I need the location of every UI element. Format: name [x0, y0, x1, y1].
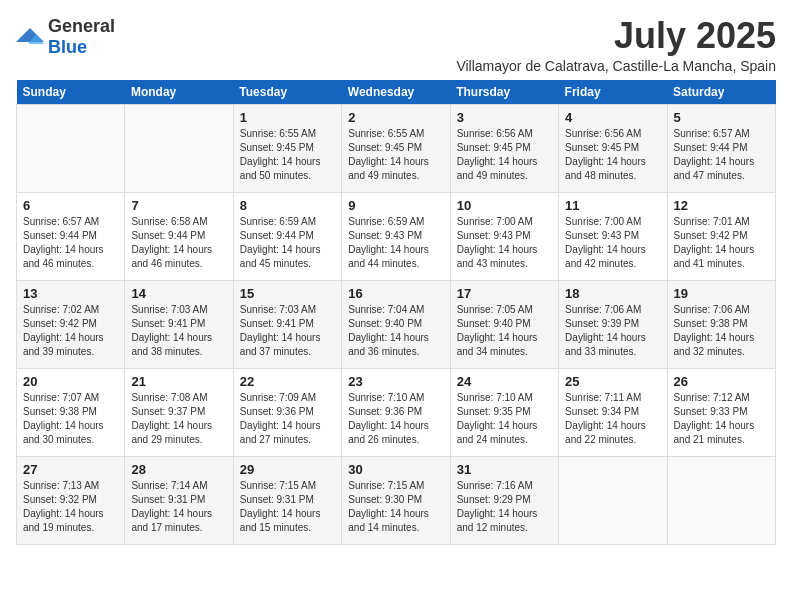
- day-number: 9: [348, 198, 443, 213]
- day-info: Sunrise: 6:57 AMSunset: 9:44 PMDaylight:…: [674, 127, 769, 183]
- day-number: 29: [240, 462, 335, 477]
- day-info: Sunrise: 7:15 AMSunset: 9:30 PMDaylight:…: [348, 479, 443, 535]
- day-info: Sunrise: 7:12 AMSunset: 9:33 PMDaylight:…: [674, 391, 769, 447]
- day-cell: [17, 104, 125, 192]
- day-cell: 23Sunrise: 7:10 AMSunset: 9:36 PMDayligh…: [342, 368, 450, 456]
- day-cell: [125, 104, 233, 192]
- day-cell: 5Sunrise: 6:57 AMSunset: 9:44 PMDaylight…: [667, 104, 775, 192]
- day-number: 19: [674, 286, 769, 301]
- day-cell: 3Sunrise: 6:56 AMSunset: 9:45 PMDaylight…: [450, 104, 558, 192]
- day-number: 22: [240, 374, 335, 389]
- week-row-5: 27Sunrise: 7:13 AMSunset: 9:32 PMDayligh…: [17, 456, 776, 544]
- day-cell: 13Sunrise: 7:02 AMSunset: 9:42 PMDayligh…: [17, 280, 125, 368]
- day-cell: 22Sunrise: 7:09 AMSunset: 9:36 PMDayligh…: [233, 368, 341, 456]
- day-number: 31: [457, 462, 552, 477]
- day-number: 17: [457, 286, 552, 301]
- day-info: Sunrise: 7:11 AMSunset: 9:34 PMDaylight:…: [565, 391, 660, 447]
- day-info: Sunrise: 7:10 AMSunset: 9:36 PMDaylight:…: [348, 391, 443, 447]
- day-number: 23: [348, 374, 443, 389]
- logo-blue: Blue: [48, 37, 87, 57]
- day-cell: 6Sunrise: 6:57 AMSunset: 9:44 PMDaylight…: [17, 192, 125, 280]
- day-number: 2: [348, 110, 443, 125]
- header-monday: Monday: [125, 80, 233, 105]
- day-cell: 29Sunrise: 7:15 AMSunset: 9:31 PMDayligh…: [233, 456, 341, 544]
- day-cell: 28Sunrise: 7:14 AMSunset: 9:31 PMDayligh…: [125, 456, 233, 544]
- location-title: Villamayor de Calatrava, Castille-La Man…: [456, 58, 776, 74]
- day-cell: 11Sunrise: 7:00 AMSunset: 9:43 PMDayligh…: [559, 192, 667, 280]
- day-info: Sunrise: 7:04 AMSunset: 9:40 PMDaylight:…: [348, 303, 443, 359]
- day-number: 26: [674, 374, 769, 389]
- day-cell: 9Sunrise: 6:59 AMSunset: 9:43 PMDaylight…: [342, 192, 450, 280]
- logo: General Blue: [16, 16, 115, 58]
- header-thursday: Thursday: [450, 80, 558, 105]
- day-info: Sunrise: 7:00 AMSunset: 9:43 PMDaylight:…: [565, 215, 660, 271]
- day-number: 16: [348, 286, 443, 301]
- day-number: 11: [565, 198, 660, 213]
- week-row-4: 20Sunrise: 7:07 AMSunset: 9:38 PMDayligh…: [17, 368, 776, 456]
- day-cell: 10Sunrise: 7:00 AMSunset: 9:43 PMDayligh…: [450, 192, 558, 280]
- day-info: Sunrise: 7:00 AMSunset: 9:43 PMDaylight:…: [457, 215, 552, 271]
- day-cell: 4Sunrise: 6:56 AMSunset: 9:45 PMDaylight…: [559, 104, 667, 192]
- header-sunday: Sunday: [17, 80, 125, 105]
- header-wednesday: Wednesday: [342, 80, 450, 105]
- day-info: Sunrise: 7:01 AMSunset: 9:42 PMDaylight:…: [674, 215, 769, 271]
- logo-text: General Blue: [48, 16, 115, 58]
- day-number: 12: [674, 198, 769, 213]
- day-number: 14: [131, 286, 226, 301]
- day-number: 6: [23, 198, 118, 213]
- day-cell: 27Sunrise: 7:13 AMSunset: 9:32 PMDayligh…: [17, 456, 125, 544]
- day-cell: 17Sunrise: 7:05 AMSunset: 9:40 PMDayligh…: [450, 280, 558, 368]
- day-number: 4: [565, 110, 660, 125]
- day-info: Sunrise: 6:55 AMSunset: 9:45 PMDaylight:…: [348, 127, 443, 183]
- day-number: 3: [457, 110, 552, 125]
- day-cell: 15Sunrise: 7:03 AMSunset: 9:41 PMDayligh…: [233, 280, 341, 368]
- day-cell: [667, 456, 775, 544]
- week-row-3: 13Sunrise: 7:02 AMSunset: 9:42 PMDayligh…: [17, 280, 776, 368]
- day-info: Sunrise: 7:15 AMSunset: 9:31 PMDaylight:…: [240, 479, 335, 535]
- day-info: Sunrise: 6:55 AMSunset: 9:45 PMDaylight:…: [240, 127, 335, 183]
- day-number: 28: [131, 462, 226, 477]
- header-saturday: Saturday: [667, 80, 775, 105]
- day-number: 30: [348, 462, 443, 477]
- day-cell: 18Sunrise: 7:06 AMSunset: 9:39 PMDayligh…: [559, 280, 667, 368]
- header-tuesday: Tuesday: [233, 80, 341, 105]
- day-number: 27: [23, 462, 118, 477]
- day-cell: 31Sunrise: 7:16 AMSunset: 9:29 PMDayligh…: [450, 456, 558, 544]
- calendar-header: Sunday Monday Tuesday Wednesday Thursday…: [17, 80, 776, 105]
- week-row-1: 1Sunrise: 6:55 AMSunset: 9:45 PMDaylight…: [17, 104, 776, 192]
- header-friday: Friday: [559, 80, 667, 105]
- day-info: Sunrise: 7:03 AMSunset: 9:41 PMDaylight:…: [131, 303, 226, 359]
- day-number: 21: [131, 374, 226, 389]
- day-info: Sunrise: 6:56 AMSunset: 9:45 PMDaylight:…: [565, 127, 660, 183]
- day-number: 20: [23, 374, 118, 389]
- day-cell: 26Sunrise: 7:12 AMSunset: 9:33 PMDayligh…: [667, 368, 775, 456]
- day-info: Sunrise: 6:59 AMSunset: 9:44 PMDaylight:…: [240, 215, 335, 271]
- day-info: Sunrise: 7:07 AMSunset: 9:38 PMDaylight:…: [23, 391, 118, 447]
- day-info: Sunrise: 7:10 AMSunset: 9:35 PMDaylight:…: [457, 391, 552, 447]
- day-number: 10: [457, 198, 552, 213]
- day-number: 1: [240, 110, 335, 125]
- day-number: 8: [240, 198, 335, 213]
- logo-icon: [16, 26, 44, 48]
- day-cell: 14Sunrise: 7:03 AMSunset: 9:41 PMDayligh…: [125, 280, 233, 368]
- day-info: Sunrise: 6:58 AMSunset: 9:44 PMDaylight:…: [131, 215, 226, 271]
- day-info: Sunrise: 7:08 AMSunset: 9:37 PMDaylight:…: [131, 391, 226, 447]
- day-info: Sunrise: 7:16 AMSunset: 9:29 PMDaylight:…: [457, 479, 552, 535]
- month-title: July 2025: [456, 16, 776, 56]
- day-info: Sunrise: 7:06 AMSunset: 9:39 PMDaylight:…: [565, 303, 660, 359]
- day-cell: 7Sunrise: 6:58 AMSunset: 9:44 PMDaylight…: [125, 192, 233, 280]
- day-info: Sunrise: 6:59 AMSunset: 9:43 PMDaylight:…: [348, 215, 443, 271]
- day-cell: [559, 456, 667, 544]
- day-number: 13: [23, 286, 118, 301]
- day-cell: 16Sunrise: 7:04 AMSunset: 9:40 PMDayligh…: [342, 280, 450, 368]
- day-number: 24: [457, 374, 552, 389]
- day-cell: 2Sunrise: 6:55 AMSunset: 9:45 PMDaylight…: [342, 104, 450, 192]
- day-info: Sunrise: 7:06 AMSunset: 9:38 PMDaylight:…: [674, 303, 769, 359]
- day-info: Sunrise: 7:14 AMSunset: 9:31 PMDaylight:…: [131, 479, 226, 535]
- day-number: 25: [565, 374, 660, 389]
- day-cell: 21Sunrise: 7:08 AMSunset: 9:37 PMDayligh…: [125, 368, 233, 456]
- day-info: Sunrise: 7:09 AMSunset: 9:36 PMDaylight:…: [240, 391, 335, 447]
- day-info: Sunrise: 6:57 AMSunset: 9:44 PMDaylight:…: [23, 215, 118, 271]
- calendar-table: Sunday Monday Tuesday Wednesday Thursday…: [16, 80, 776, 545]
- day-cell: 24Sunrise: 7:10 AMSunset: 9:35 PMDayligh…: [450, 368, 558, 456]
